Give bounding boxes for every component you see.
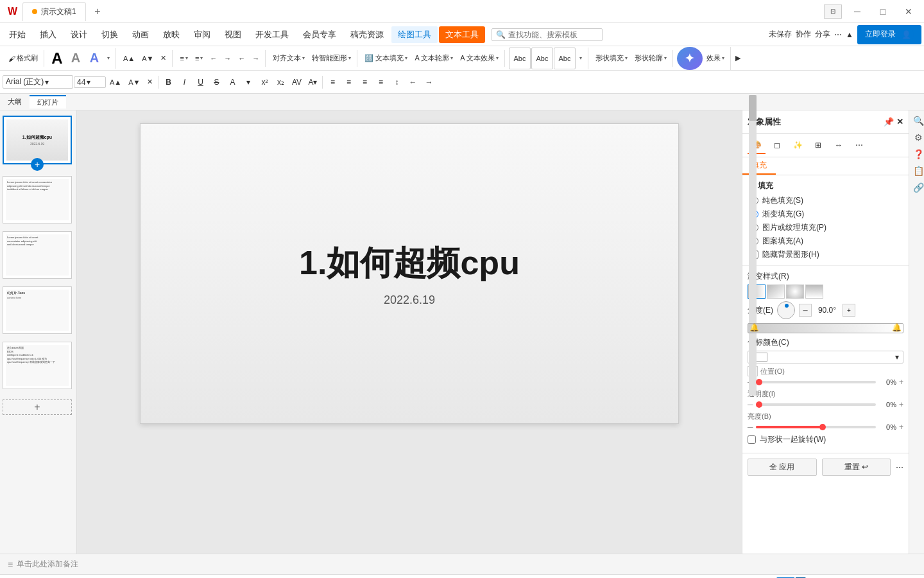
numbered-list[interactable]: ≡ ▾: [192, 50, 206, 67]
fill-tab[interactable]: 填充: [742, 157, 776, 175]
menu-review[interactable]: 审阅: [187, 26, 217, 43]
apply-all-button[interactable]: 全 应用: [748, 459, 817, 476]
menu-insert[interactable]: 插入: [33, 26, 63, 43]
stop-bell-right[interactable]: 🔔: [892, 323, 902, 332]
text-effect-button[interactable]: A 文本效果 ▾: [457, 50, 502, 67]
login-button[interactable]: 立即登录 👤: [857, 25, 921, 44]
slide-thumb-5[interactable]: 进入BIOS界面BIOSintelligent enabled mi.1cpu …: [3, 342, 72, 389]
slide-thumb-1[interactable]: 1.如何超频cpu 2022.6.19 +: [3, 116, 72, 164]
search-input[interactable]: [508, 30, 598, 39]
shape-outline-button[interactable]: 形状轮廓 ▾: [631, 50, 670, 67]
transparency-decrease[interactable]: ─: [748, 400, 753, 409]
menu-slideshow[interactable]: 放映: [157, 26, 186, 43]
more-icon[interactable]: ⋯: [834, 30, 842, 39]
slide-thumb-3[interactable]: Lorem ipsum dolor sit ametconsectetur ad…: [3, 231, 72, 279]
menu-text-tools[interactable]: 文本工具: [439, 26, 485, 43]
grad-type-linear4[interactable]: [805, 285, 823, 299]
decrease-indent[interactable]: ←: [207, 50, 220, 67]
underline-button[interactable]: U: [193, 74, 208, 90]
char-spacing-button[interactable]: AV: [289, 74, 304, 90]
strikethrough-button[interactable]: S: [209, 74, 224, 90]
slide-thumb-2[interactable]: Lorem ipsum dolor sit amet consecteturad…: [3, 176, 72, 223]
font-size-decrease[interactable]: A▼: [139, 50, 157, 67]
clear-format[interactable]: ✕: [157, 50, 169, 67]
bullet-list[interactable]: ≡ ▾: [176, 50, 191, 67]
tab-outline[interactable]: 大纲: [0, 96, 30, 108]
transparency-increase[interactable]: +: [899, 400, 903, 409]
font-size-selector[interactable]: 44 ▾: [74, 76, 106, 88]
brightness-track[interactable]: [756, 426, 876, 428]
effects-icon-tab[interactable]: ✨: [789, 136, 807, 154]
line-spacing-button[interactable]: ↕: [389, 74, 404, 90]
collab-label[interactable]: 协作: [796, 29, 811, 40]
text-outline-button[interactable]: A 文本轮廓 ▾: [411, 50, 456, 67]
align-right[interactable]: ≡: [357, 74, 372, 90]
font-size-down2[interactable]: A▼: [125, 74, 143, 91]
fill-option-picture[interactable]: 图片或纹理填充(P): [750, 222, 903, 233]
text-color-dropdown[interactable]: ▾: [241, 74, 256, 90]
align-center[interactable]: ≡: [341, 74, 356, 90]
highlight-button[interactable]: A▾: [305, 74, 320, 90]
rotate-with-shape[interactable]: 与形状一起旋转(W): [748, 434, 903, 445]
layout-button[interactable]: ⊡: [824, 4, 842, 19]
more-options[interactable]: ⋯: [896, 463, 903, 472]
text-fill-button[interactable]: 🔠 文本填充 ▾: [361, 50, 411, 67]
outline-icon-tab[interactable]: ◻: [768, 136, 786, 154]
brightness-increase[interactable]: +: [899, 423, 903, 432]
font-style-dropdown[interactable]: ▾: [104, 50, 113, 67]
add-slide-below[interactable]: +: [31, 158, 44, 171]
menu-start[interactable]: 开始: [3, 26, 32, 43]
collapse-icon[interactable]: ▲: [846, 30, 853, 39]
side-icon-1[interactable]: 🔍: [911, 113, 924, 128]
note-placeholder[interactable]: 单击此处添加备注: [17, 559, 78, 570]
indent-right[interactable]: →: [249, 50, 262, 67]
side-icon-2[interactable]: ⚙: [911, 130, 924, 145]
smart-art-button[interactable]: 转智能图形 ▾: [309, 50, 354, 67]
position-track[interactable]: [756, 381, 876, 383]
size-icon-tab[interactable]: ↔: [830, 136, 848, 154]
rotate-checkbox[interactable]: [748, 435, 756, 444]
slide-canvas[interactable]: 1.如何超频cpu 2022.6.19: [140, 123, 679, 424]
align-left[interactable]: ≡: [325, 74, 340, 90]
document-tab[interactable]: 演示文稿1: [22, 2, 86, 21]
side-icon-5[interactable]: 🔗: [911, 180, 924, 195]
side-icon-4[interactable]: 📋: [911, 163, 924, 179]
position-thumb[interactable]: [756, 379, 762, 385]
menu-vip[interactable]: 会员专享: [296, 26, 343, 43]
wps-effects-dropdown[interactable]: 效果 ▾: [703, 50, 728, 67]
grad-type-radial[interactable]: [786, 285, 804, 299]
fill-option-solid[interactable]: 纯色填充(S): [750, 195, 903, 206]
clear-format2[interactable]: ✕: [144, 74, 156, 91]
align-text-button[interactable]: 对齐文本 ▾: [270, 50, 308, 67]
text-color-button[interactable]: A: [225, 74, 240, 90]
italic-button[interactable]: I: [176, 74, 192, 90]
add-slide-icon[interactable]: +: [31, 158, 44, 171]
side-icon-3[interactable]: ❓: [911, 146, 924, 162]
position-increase[interactable]: +: [899, 378, 903, 387]
minimize-button[interactable]: ─: [847, 3, 868, 21]
angle-decrease[interactable]: ─: [799, 304, 812, 317]
grad-type-linear2[interactable]: [767, 285, 785, 299]
transparency-thumb[interactable]: [756, 401, 762, 408]
shape-style-more[interactable]: ▾: [576, 50, 585, 67]
panel-close-icon[interactable]: ✕: [896, 117, 903, 127]
menu-resources[interactable]: 稿壳资源: [344, 26, 390, 43]
bold-button[interactable]: B: [160, 74, 176, 90]
menu-view[interactable]: 视图: [218, 26, 248, 43]
shape-style-3[interactable]: Abc: [554, 48, 576, 69]
align-justify[interactable]: ≡: [373, 74, 388, 90]
tab-slides[interactable]: 幻灯片: [30, 95, 66, 109]
format-painter-button[interactable]: 🖌 格式刷: [5, 50, 41, 67]
shape-style-1[interactable]: Abc: [509, 48, 531, 69]
add-slide-button[interactable]: +: [3, 399, 72, 415]
toolbar-expand[interactable]: ▶: [732, 50, 744, 67]
stop-bell-left[interactable]: 🔔: [749, 323, 759, 332]
indent-increase[interactable]: →: [421, 74, 436, 90]
brightness-thumb[interactable]: [819, 424, 826, 430]
shape-fill-button[interactable]: 形状填充 ▾: [592, 50, 631, 67]
menu-transition[interactable]: 切换: [95, 26, 124, 43]
subscript-button[interactable]: x₂: [273, 74, 288, 90]
indent-left[interactable]: ←: [235, 50, 248, 67]
brightness-decrease[interactable]: ─: [748, 423, 753, 432]
fill-option-pattern[interactable]: 图案填充(A): [750, 236, 903, 247]
